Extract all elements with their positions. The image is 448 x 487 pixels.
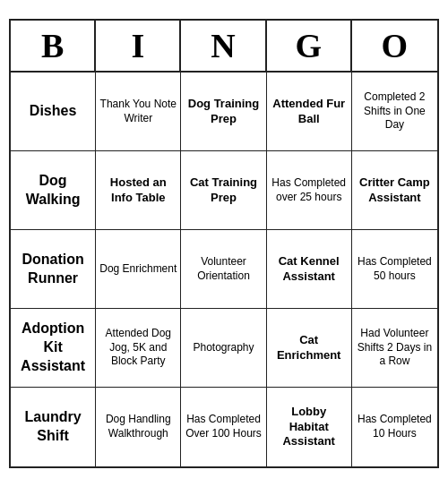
bingo-cell-0: Dishes [11, 73, 96, 151]
bingo-letter-I: I [96, 21, 181, 71]
bingo-cell-17: Photography [181, 309, 266, 388]
bingo-cell-12: Volunteer Orientation [181, 230, 266, 309]
bingo-cell-20: Laundry Shift [11, 388, 96, 466]
bingo-cell-22: Has Completed Over 100 Hours [181, 388, 266, 466]
bingo-cell-4: Completed 2 Shifts in One Day [352, 73, 437, 151]
bingo-cell-16: Attended Dog Jog, 5K and Block Party [96, 309, 181, 388]
bingo-cell-2: Dog Training Prep [181, 73, 266, 151]
bingo-cell-24: Has Completed 10 Hours [352, 388, 437, 466]
bingo-cell-18: Cat Enrichment [267, 309, 352, 388]
bingo-cell-23: Lobby Habitat Assistant [267, 388, 352, 466]
bingo-cell-3: Attended Fur Ball [267, 73, 352, 151]
bingo-cell-10: Donation Runner [11, 230, 96, 309]
bingo-header: BINGO [11, 21, 437, 73]
bingo-cell-11: Dog Enrichment [96, 230, 181, 309]
bingo-cell-6: Hosted an Info Table [96, 151, 181, 230]
bingo-cell-9: Critter Camp Assistant [352, 151, 437, 230]
bingo-cell-5: Dog Walking [11, 151, 96, 230]
bingo-letter-N: N [181, 21, 266, 71]
bingo-grid: DishesThank You Note WriterDog Training … [11, 73, 437, 466]
bingo-letter-B: B [11, 21, 96, 71]
bingo-cell-19: Had Volunteer Shifts 2 Days in a Row [352, 309, 437, 388]
bingo-letter-G: G [267, 21, 352, 71]
bingo-letter-O: O [352, 21, 437, 71]
bingo-cell-13: Cat Kennel Assistant [267, 230, 352, 309]
bingo-cell-7: Cat Training Prep [181, 151, 266, 230]
bingo-cell-21: Dog Handling Walkthrough [96, 388, 181, 466]
bingo-cell-8: Has Completed over 25 hours [267, 151, 352, 230]
bingo-cell-1: Thank You Note Writer [96, 73, 181, 151]
bingo-card: BINGO DishesThank You Note WriterDog Tra… [9, 19, 439, 468]
bingo-cell-14: Has Completed 50 hours [352, 230, 437, 309]
bingo-cell-15: Adoption Kit Assistant [11, 309, 96, 388]
